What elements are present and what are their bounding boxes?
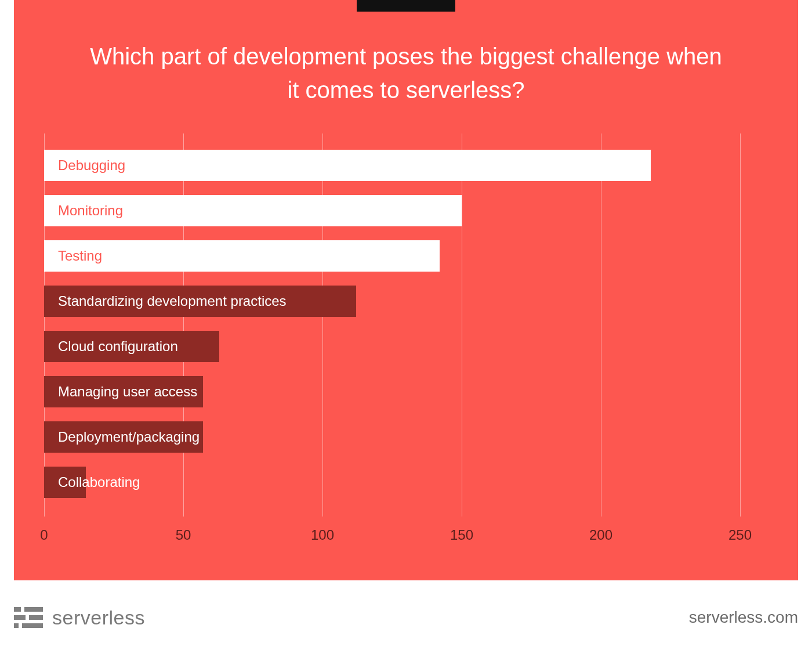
bar-row: Testing (44, 240, 769, 272)
bar-label: Managing user access (58, 384, 197, 400)
brand-name: serverless (52, 606, 145, 629)
x-tick-label: 200 (589, 527, 612, 543)
bar: Monitoring (44, 195, 462, 226)
bar-row: Debugging (44, 150, 769, 181)
bar-row: Monitoring (44, 195, 769, 226)
chart-card: Which part of development poses the bigg… (14, 0, 798, 580)
bar-label: Standardizing development practices (58, 293, 287, 309)
bar-label: Collaborating (58, 474, 140, 490)
chart-bars: DebuggingMonitoringTestingStandardizing … (44, 150, 769, 512)
x-tick-label: 0 (40, 527, 48, 543)
x-tick-label: 150 (450, 527, 473, 543)
bar-label: Testing (58, 248, 102, 264)
chart-title: Which part of development poses the bigg… (14, 0, 798, 107)
bar-row: Cloud configuration (44, 331, 769, 362)
bar-row: Deployment/packaging (44, 421, 769, 453)
bar-row: Standardizing development practices (44, 286, 769, 317)
bar: Collaborating (44, 467, 86, 498)
bar: Testing (44, 240, 440, 272)
bar-label: Monitoring (58, 203, 123, 219)
x-tick-label: 100 (311, 527, 334, 543)
bar: Deployment/packaging (44, 421, 203, 453)
bar-label: Deployment/packaging (58, 429, 200, 445)
bar-label: Debugging (58, 157, 125, 174)
brand: serverless (14, 606, 145, 629)
footer: serverless serverless.com (14, 600, 798, 635)
x-tick-label: 50 (176, 527, 191, 543)
serverless-logo-icon (14, 607, 43, 628)
header-black-tab (357, 0, 455, 12)
bar: Cloud configuration (44, 331, 219, 362)
x-tick-label: 250 (728, 527, 752, 543)
bar: Standardizing development practices (44, 286, 356, 317)
brand-url: serverless.com (689, 608, 798, 627)
bar: Managing user access (44, 376, 203, 407)
bar: Debugging (44, 150, 651, 181)
bar-row: Collaborating (44, 467, 769, 498)
bar-label: Cloud configuration (58, 338, 178, 355)
chart-plot-area: 050100150200250 DebuggingMonitoringTesti… (44, 133, 769, 540)
bar-row: Managing user access (44, 376, 769, 407)
